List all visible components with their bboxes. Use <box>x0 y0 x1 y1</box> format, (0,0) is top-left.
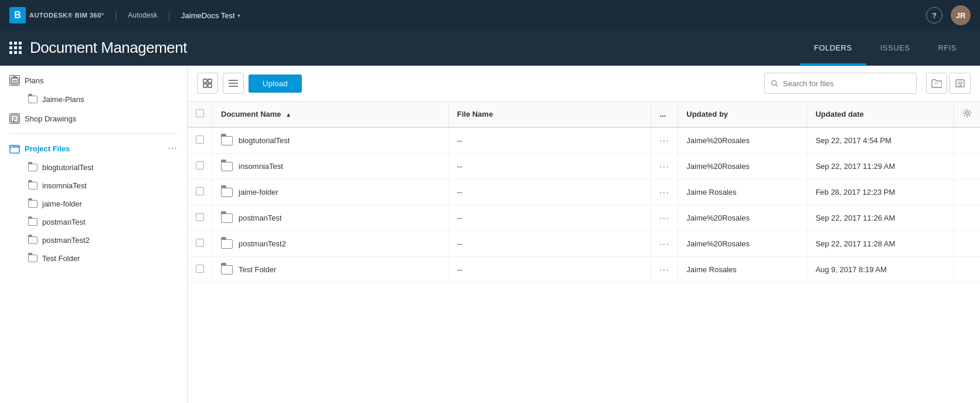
row-checkbox-2[interactable] <box>196 187 204 195</box>
row-actions-4 <box>954 231 981 257</box>
header-dots: ... <box>651 101 678 127</box>
sidebar-item-test-folder[interactable]: Test Folder <box>0 249 187 267</box>
row-checkbox-3[interactable] <box>196 213 204 221</box>
sidebar-item-postmantest[interactable]: postmanTest <box>0 213 187 231</box>
folder-icon <box>221 188 233 197</box>
project-selector[interactable]: JaimeDocs Test ▾ <box>181 11 240 20</box>
row-dots-5[interactable]: ··· <box>651 257 678 283</box>
sidebar: Plans Jaime-Plans Shop Drawings <box>0 66 188 403</box>
tab-issues[interactable]: ISSUES <box>866 31 924 65</box>
folder-action-button[interactable] <box>926 73 947 94</box>
bim360-logo[interactable]: B AUTODESK® BIM 360° <box>9 7 104 23</box>
sidebar-item-plans[interactable]: Plans <box>0 70 187 90</box>
row-actions-2 <box>954 180 981 205</box>
sidebar-item-insomniatest[interactable]: insomniaTest <box>0 177 187 195</box>
toolbar-actions <box>926 73 971 94</box>
list-view-button[interactable] <box>223 73 244 94</box>
select-all-checkbox[interactable] <box>196 109 204 117</box>
row-updated-date-1: Sep 22, 2017 11:29 AM <box>807 154 954 180</box>
nav-right: ? JR <box>926 5 971 25</box>
row-dots-4[interactable]: ··· <box>651 231 678 257</box>
project-files-more-button[interactable]: ··· <box>168 143 178 154</box>
row-actions-3 <box>954 205 981 231</box>
row-checkbox-5[interactable] <box>196 265 204 273</box>
row-actions-1 <box>954 154 981 180</box>
project-files-label: Project Files <box>25 144 168 153</box>
row-checkbox-4[interactable] <box>196 239 204 247</box>
row-dots-1[interactable]: ··· <box>651 154 678 180</box>
help-button[interactable]: ? <box>926 7 942 23</box>
row-dots-2[interactable]: ··· <box>651 180 678 205</box>
nav-divider: | <box>115 9 118 22</box>
grid-dot <box>9 42 12 45</box>
row-doc-name-1[interactable]: insomniaTest <box>213 154 449 180</box>
row-checkbox-cell <box>188 231 213 257</box>
row-updated-date-0: Sep 22, 2017 4:54 PM <box>807 127 954 154</box>
sidebar-item-blogtutorialtest[interactable]: blogtutorialTest <box>0 158 187 177</box>
folder-icon <box>28 236 38 244</box>
sidebar-item-shop-drawings[interactable]: Shop Drawings <box>0 109 187 128</box>
sidebar-item-postmantest2[interactable]: postmanTest2 <box>0 231 187 249</box>
table-header-row: Document Name ▲ File Name ... Updated by… <box>188 101 980 127</box>
row-checkbox-1[interactable] <box>196 161 204 170</box>
avatar[interactable]: JR <box>951 5 971 25</box>
folder-icon <box>28 164 38 171</box>
row-checkbox-0[interactable] <box>196 136 204 144</box>
row-updated-date-2: Feb 28, 2017 12:23 PM <box>807 180 954 205</box>
table-row: insomniaTest -- ··· Jaime%20Rosales Sep … <box>188 154 980 180</box>
header-doc-name[interactable]: Document Name ▲ <box>213 101 449 127</box>
tab-rfis[interactable]: RFIS <box>924 31 971 65</box>
row-doc-name-0[interactable]: blogtutorialTest <box>213 127 449 154</box>
grid-dot <box>19 46 22 49</box>
row-actions-0 <box>954 127 981 154</box>
folder-icon <box>221 214 233 223</box>
grid-menu-icon[interactable] <box>9 42 22 54</box>
toolbar: Upload <box>188 66 980 101</box>
row-doc-name-2[interactable]: jaime-folder <box>213 180 449 205</box>
svg-rect-11 <box>208 84 212 87</box>
sort-arrow-icon: ▲ <box>285 111 291 118</box>
sidebar-item-jaime-plans[interactable]: Jaime-Plans <box>0 90 187 109</box>
row-dots-3[interactable]: ··· <box>651 205 678 231</box>
svg-rect-9 <box>208 79 212 83</box>
sidebar-project-files-header[interactable]: Project Files ··· <box>0 138 187 158</box>
folder-icon <box>221 162 233 171</box>
row-updated-date-4: Sep 22, 2017 11:28 AM <box>807 231 954 257</box>
project-name: JaimeDocs Test <box>181 11 235 20</box>
app-title: Document Management <box>30 39 187 57</box>
svg-line-16 <box>776 84 778 86</box>
grid-dot <box>14 46 17 49</box>
header-settings[interactable] <box>954 101 981 127</box>
grid-dot <box>14 42 17 45</box>
row-actions-5 <box>954 257 981 283</box>
header-file-name[interactable]: File Name <box>448 101 651 127</box>
row-doc-name-4[interactable]: postmanTest2 <box>213 231 449 257</box>
row-file-name-0: -- <box>448 127 651 154</box>
row-checkbox-cell <box>188 257 213 283</box>
header-updated-date[interactable]: Updated date <box>807 101 954 127</box>
row-doc-name-5[interactable]: Test Folder <box>213 257 449 283</box>
bim360-text: AUTODESK® BIM 360° <box>29 12 104 19</box>
export-button[interactable] <box>950 73 971 94</box>
svg-rect-0 <box>11 78 18 84</box>
header-updated-by[interactable]: Updated by <box>678 101 807 127</box>
row-updated-by-3: Jaime%20Rosales <box>678 205 807 231</box>
nav-left: B AUTODESK® BIM 360° | Autodesk | JaimeD… <box>9 7 240 23</box>
search-input[interactable] <box>783 79 910 88</box>
shop-drawings-label: Shop Drawings <box>25 114 76 123</box>
grid-view-button[interactable] <box>197 73 218 94</box>
tab-folders[interactable]: FOLDERS <box>800 31 866 65</box>
row-doc-name-3[interactable]: postmanTest <box>213 205 449 231</box>
svg-point-21 <box>966 112 969 115</box>
chevron-down-icon: ▾ <box>237 12 240 19</box>
file-table: Document Name ▲ File Name ... Updated by… <box>188 101 980 283</box>
table-row: Test Folder -- ··· Jaime Rosales Aug 9, … <box>188 257 980 283</box>
table-row: jaime-folder -- ··· Jaime Rosales Feb 28… <box>188 180 980 205</box>
upload-button[interactable]: Upload <box>249 74 302 93</box>
row-dots-0[interactable]: ··· <box>651 127 678 154</box>
row-file-name-2: -- <box>448 180 651 205</box>
sidebar-item-jaime-folder[interactable]: jaime-folder <box>0 195 187 213</box>
row-checkbox-cell <box>188 205 213 231</box>
table-row: postmanTest2 -- ··· Jaime%20Rosales Sep … <box>188 231 980 257</box>
folder-icon <box>221 239 233 249</box>
